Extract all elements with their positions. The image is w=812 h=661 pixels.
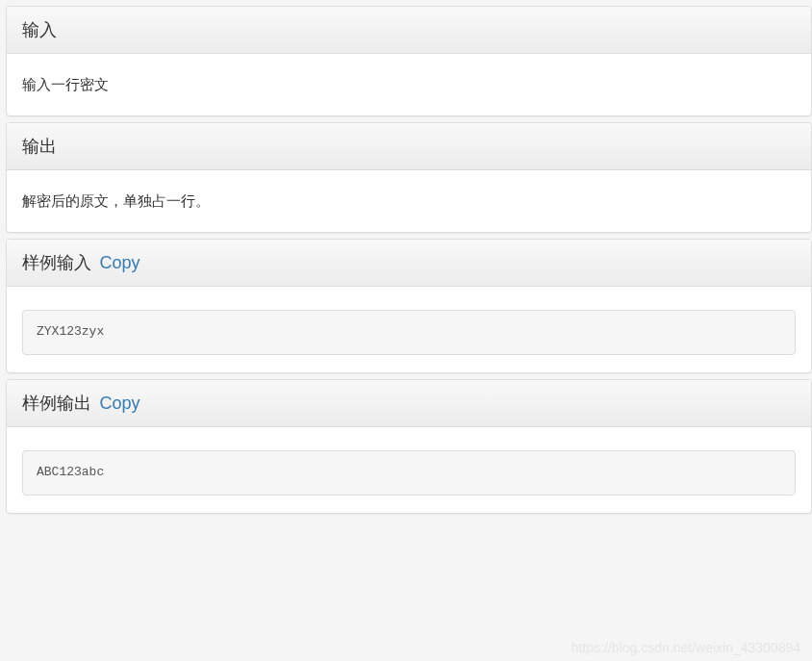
sample-input-code: ZYX123zyx (22, 310, 796, 355)
sample-output-heading: 样例输出 Copy (7, 380, 811, 427)
input-body: 输入一行密文 (7, 54, 811, 115)
input-heading: 输入 (7, 7, 811, 54)
output-panel: 输出 解密后的原文，单独占一行。 (6, 122, 812, 233)
input-panel: 输入 输入一行密文 (6, 6, 812, 116)
output-body: 解密后的原文，单独占一行。 (7, 170, 811, 232)
sample-output-body: ABC123abc (7, 427, 811, 513)
output-title: 输出 (22, 137, 57, 156)
sample-input-heading: 样例输入 Copy (7, 240, 811, 287)
copy-sample-output-link[interactable]: Copy (99, 394, 140, 413)
sample-output-code: ABC123abc (22, 450, 796, 496)
sample-output-title: 样例输出 (22, 394, 91, 413)
input-title: 输入 (22, 20, 57, 39)
output-heading: 输出 (7, 123, 811, 170)
sample-output-panel: 样例输出 Copy ABC123abc (6, 379, 812, 514)
sample-input-title: 样例输入 (22, 253, 91, 272)
copy-sample-input-link[interactable]: Copy (99, 253, 140, 272)
sample-input-body: ZYX123zyx (7, 287, 811, 372)
sample-input-panel: 样例输入 Copy ZYX123zyx (6, 239, 812, 373)
